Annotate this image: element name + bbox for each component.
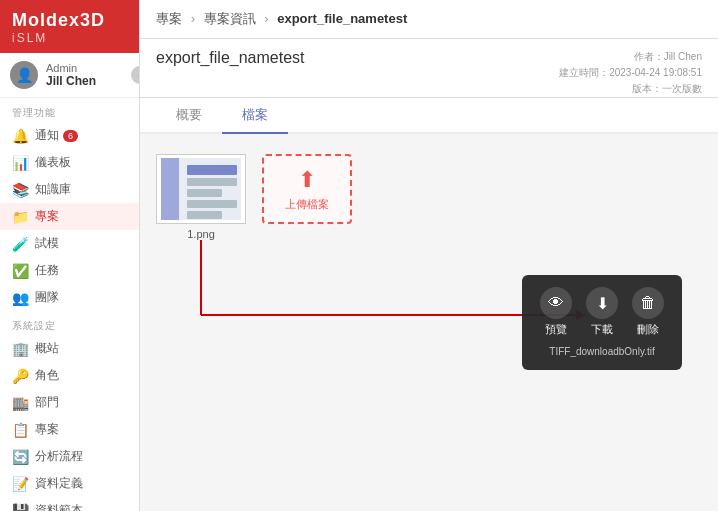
file-name: 1.png [187,228,215,240]
sidebar-item-knowledge[interactable]: 📚 知識庫 [0,176,139,203]
download-label: 下載 [591,322,613,337]
sidebar-item-role[interactable]: 🔑 角色 [0,362,139,389]
dept-icon: 🏬 [12,395,28,411]
content-area: export_file_nametest 作者：Jill Chen 建立時間：2… [140,39,718,511]
thumb-row4 [187,211,222,219]
case-meta: 作者：Jill Chen 建立時間：2023-04-24 19:08:51 版本… [559,49,702,97]
logo-main: Moldex3D [12,10,127,31]
role-icon: 🔑 [12,368,28,384]
file-item: 1.png [156,154,246,240]
thumb-row2 [187,189,222,197]
sidebar-user: 👤 Admin Jill Chen ‹ [0,53,139,98]
topbar: 專案 › 專案資訊 › export_file_nametest [140,0,718,39]
tabs: 概要 檔案 [140,98,718,134]
upload-icon: ⬆ [298,167,316,193]
sidebar-item-trial[interactable]: 🧪 試模 [0,230,139,257]
upload-button[interactable]: ⬆ 上傳檔案 [262,154,352,224]
file-area: 1.png ⬆ 上傳檔案 [140,134,718,390]
case-title: export_file_nametest [156,49,305,77]
sidebar-item-datasrc[interactable]: 💾 資料範本 [0,497,139,511]
sidebar-item-case[interactable]: 📁 專案 [0,203,139,230]
thumb-row-header [187,165,237,175]
sidebar-item-label: 資料範本 [35,502,83,511]
sidebar-item-label: 資料定義 [35,475,83,492]
dashboard-icon: 📊 [12,155,28,171]
sidebar-item-label: 概站 [35,340,59,357]
breadcrumb-sep2: › [264,11,268,26]
sidebar-item-label: 專案 [35,421,59,438]
thumb-sidebar [161,158,179,220]
sidebar-item-group[interactable]: 👥 團隊 [0,284,139,311]
sidebar-item-label: 任務 [35,262,59,279]
sidebar-item-label: 試模 [35,235,59,252]
popup-action-delete[interactable]: 🗑 刪除 [632,287,664,337]
delete-icon: 🗑 [632,287,664,319]
sidebar-logo: Moldex3D iSLM [0,0,139,53]
sidebar-item-site[interactable]: 🏢 概站 [0,335,139,362]
preview-icon: 👁 [540,287,572,319]
sidebar-item-label: 儀表板 [35,154,71,171]
sidebar-collapse-button[interactable]: ‹ [131,66,140,84]
user-name: Jill Chen [46,74,129,88]
popup-actions: 👁 預覽 ⬇ 下載 🗑 刪除 [540,287,664,337]
sidebar-item-label: 通知 [35,127,59,144]
sidebar-item-notification[interactable]: 🔔 通知 6 [0,122,139,149]
sidebar-item-datadef[interactable]: 📝 資料定義 [0,470,139,497]
case-icon: 📁 [12,209,28,225]
user-info: Admin Jill Chen [46,62,129,88]
knowledge-icon: 📚 [12,182,28,198]
sidebar-item-label: 團隊 [35,289,59,306]
sidebar-item-task[interactable]: ✅ 任務 [0,257,139,284]
thumb-row3 [187,200,237,208]
thumb-inner [161,158,241,220]
sidebar-item-label: 部門 [35,394,59,411]
notification-icon: 🔔 [12,128,28,144]
breadcrumb-sep1: › [191,11,195,26]
breadcrumb-part1: 專案 [156,11,182,26]
breadcrumb: 專案 › 專案資訊 › export_file_nametest [156,10,702,28]
delete-label: 刪除 [637,322,659,337]
site-icon: 🏢 [12,341,28,357]
sidebar: Moldex3D iSLM 👤 Admin Jill Chen ‹ 管理功能 🔔… [0,0,140,511]
sidebar-item-dashboard[interactable]: 📊 儀表板 [0,149,139,176]
preview-label: 預覽 [545,322,567,337]
sidebar-item-analysis[interactable]: 🔄 分析流程 [0,443,139,470]
sidebar-item-label: 角色 [35,367,59,384]
breadcrumb-part3: export_file_nametest [277,11,407,26]
task-icon: ✅ [12,263,28,279]
breadcrumb-part2: 專案資訊 [204,11,256,26]
sidebar-item-case2[interactable]: 📋 專案 [0,416,139,443]
datadef-icon: 📝 [12,476,28,492]
file-thumbnail [156,154,246,224]
sidebar-item-label: 知識庫 [35,181,71,198]
case-meta-author: 作者：Jill Chen [559,49,702,65]
popup-action-download[interactable]: ⬇ 下載 [586,287,618,337]
arrow-popup-area: 👁 預覽 ⬇ 下載 🗑 刪除 TIFF_downloadbOnly.tif [156,240,702,370]
tab-files[interactable]: 檔案 [222,98,288,134]
file-popup: 👁 預覽 ⬇ 下載 🗑 刪除 TIFF_downloadbOnly.tif [522,275,682,370]
popup-filename: TIFF_downloadbOnly.tif [549,345,654,358]
analysis-icon: 🔄 [12,449,28,465]
avatar: 👤 [10,61,38,89]
management-section-label: 管理功能 [0,98,139,122]
notification-badge: 6 [63,130,78,142]
group-icon: 👥 [12,290,28,306]
user-role: Admin [46,62,129,74]
tab-overview[interactable]: 概要 [156,98,222,134]
sidebar-item-dept[interactable]: 🏬 部門 [0,389,139,416]
logo-sub: iSLM [12,31,127,45]
system-section-label: 系統設定 [0,311,139,335]
case-header: export_file_nametest 作者：Jill Chen 建立時間：2… [140,39,718,98]
case2-icon: 📋 [12,422,28,438]
file-grid: 1.png ⬆ 上傳檔案 [156,154,702,240]
download-icon: ⬇ [586,287,618,319]
case-meta-version: 版本：一次版數 [559,81,702,97]
sidebar-item-label: 專案 [35,208,59,225]
sidebar-item-label: 分析流程 [35,448,83,465]
popup-action-preview[interactable]: 👁 預覽 [540,287,572,337]
datasrc-icon: 💾 [12,503,28,512]
thumb-row1 [187,178,237,186]
upload-label: 上傳檔案 [285,197,329,212]
main-content: 專案 › 專案資訊 › export_file_nametest export_… [140,0,718,511]
case-meta-created: 建立時間：2023-04-24 19:08:51 [559,65,702,81]
